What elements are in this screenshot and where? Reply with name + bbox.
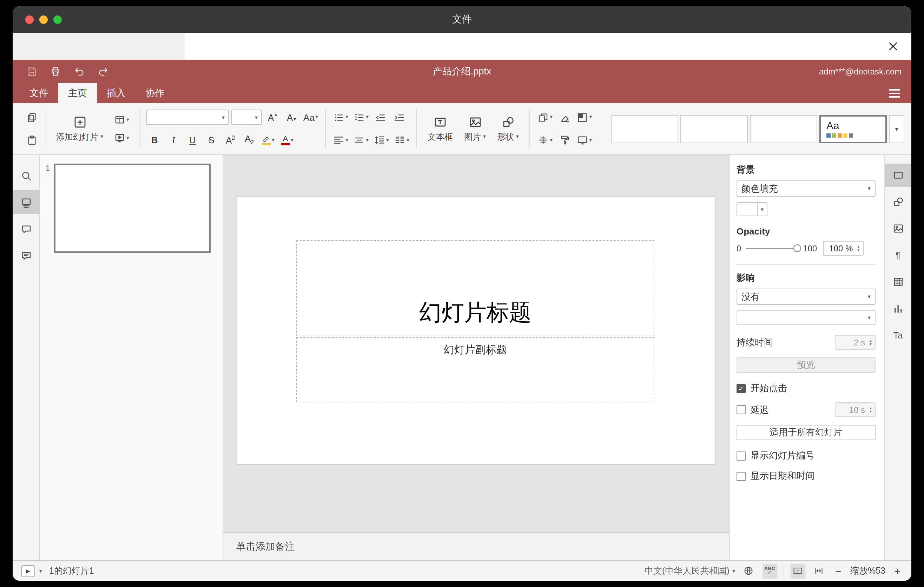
decrease-font-button[interactable]: A▾ (283, 109, 300, 127)
undo-button[interactable] (70, 63, 89, 80)
fullscreen-traffic-light[interactable] (53, 15, 62, 24)
bullets-button[interactable]: ▾ (332, 109, 350, 127)
opacity-spinner[interactable]: 100 % ▴▾ (823, 241, 863, 256)
notes-area[interactable]: 单击添加备注 (223, 532, 729, 560)
tab-insert[interactable]: 插入 (97, 83, 135, 103)
set-language-button[interactable] (741, 564, 756, 578)
slides-panel-button[interactable] (13, 190, 40, 214)
start-on-click-checkbox[interactable]: ✓ (736, 384, 746, 393)
shape-settings-button[interactable] (885, 190, 911, 213)
delay-checkbox[interactable] (736, 405, 746, 414)
numbering-button[interactable]: ▾ (352, 109, 370, 127)
change-layout-button[interactable]: ▾ (112, 110, 130, 129)
subtitle-placeholder[interactable]: 幻灯片副标题 (296, 337, 654, 402)
arrange-shapes-button[interactable]: ▾ (536, 109, 554, 127)
opacity-slider-knob[interactable] (793, 244, 801, 252)
columns-button[interactable]: ▾ (393, 131, 411, 150)
show-slide-number-checkbox[interactable] (736, 451, 746, 460)
line-spacing-button[interactable]: ▾ (372, 131, 390, 150)
close-icon[interactable] (885, 39, 900, 53)
slide-settings-button[interactable] (885, 163, 911, 187)
strikethrough-button[interactable]: S (203, 131, 220, 150)
font-color-button[interactable]: A ▾ (279, 131, 295, 150)
theme-sample-text: Aa (827, 120, 880, 132)
theme-slot[interactable] (750, 115, 817, 143)
preview-button[interactable]: 预览 (736, 358, 876, 373)
slide[interactable]: 幻灯片标题 幻灯片副标题 (237, 196, 715, 464)
textbox-label: 文本框 (427, 131, 453, 143)
horizontal-align-button[interactable]: ▾ (332, 131, 350, 150)
title-placeholder[interactable]: 幻灯片标题 (296, 240, 654, 336)
fit-to-slide-button[interactable] (790, 564, 805, 578)
slide-size-button[interactable]: ▾ (575, 131, 593, 150)
paragraph-settings-button[interactable]: ¶ (885, 244, 911, 267)
table-settings-button[interactable] (885, 270, 911, 294)
print-button[interactable] (46, 63, 64, 80)
spinner-arrows-icon: ▴▾ (866, 339, 875, 346)
fit-to-width-button[interactable] (812, 564, 827, 578)
decrease-indent-button[interactable] (372, 109, 389, 127)
chevron-down-icon[interactable]: ▾ (39, 568, 42, 574)
paste-button[interactable] (23, 131, 40, 150)
copy-style-button[interactable] (556, 131, 573, 150)
spinner-arrows-icon[interactable]: ▴▾ (854, 245, 863, 252)
redo-button[interactable] (94, 63, 112, 80)
theme-slot[interactable] (680, 115, 748, 143)
add-slide-button[interactable]: 添加幻灯片▾ (52, 115, 107, 143)
language-selector[interactable]: 中文(中华人民共和国) ▾ (645, 565, 735, 577)
textart-settings-button[interactable]: Ta (885, 324, 911, 347)
apply-to-all-button[interactable]: 适用于所有幻灯片 (736, 425, 876, 440)
chart-settings-button[interactable] (885, 297, 911, 320)
start-slideshow-button[interactable]: ▾ (112, 129, 130, 147)
italic-button[interactable]: I (165, 131, 182, 150)
subscript-button[interactable]: A2 (241, 131, 258, 150)
theme-slot[interactable] (611, 115, 678, 143)
show-date-time-checkbox[interactable] (736, 472, 746, 481)
duration-spinner[interactable]: 2 s ▴▾ (835, 335, 876, 350)
chat-button[interactable] (13, 244, 40, 267)
copy-button[interactable] (23, 109, 40, 127)
close-traffic-light[interactable] (25, 15, 34, 24)
clear-style-button[interactable] (556, 109, 573, 127)
insert-shape-button[interactable]: 形状▾ (492, 115, 524, 143)
start-preview-button[interactable]: ▶ (21, 565, 35, 577)
theme-gallery-expand-button[interactable]: ▾ (889, 115, 904, 143)
comments-button[interactable] (13, 217, 40, 241)
hamburger-menu-icon[interactable] (885, 83, 904, 103)
superscript-button[interactable]: A2 (222, 131, 239, 150)
spellcheck-button[interactable]: ABC ✓ (762, 564, 777, 578)
slide-canvas[interactable]: 幻灯片标题 幻灯片副标题 (223, 155, 729, 532)
chart-settings-icon (892, 303, 904, 315)
highlight-color-button[interactable]: ▾ (260, 131, 277, 150)
delay-spinner[interactable]: 10 s ▴▾ (835, 402, 876, 417)
shape-align-button[interactable]: ▾ (536, 131, 554, 150)
search-button[interactable] (13, 163, 40, 188)
vertical-align-button[interactable]: ▾ (352, 131, 370, 150)
minimize-traffic-light[interactable] (39, 15, 48, 24)
font-size-select[interactable]: ▾ (231, 110, 262, 125)
fill-color-picker[interactable]: ▾ (736, 202, 767, 216)
zoom-out-button[interactable]: − (833, 565, 844, 577)
theme-slot-selected[interactable]: Aa (819, 115, 887, 143)
effect-select[interactable]: 没有 ▾ (736, 289, 876, 305)
increase-font-button[interactable]: A▴ (264, 109, 281, 127)
save-button[interactable] (23, 63, 41, 80)
arrow-down-icon: ▾ (294, 117, 296, 122)
insert-textbox-button[interactable]: 文本框 (423, 115, 458, 143)
change-case-button[interactable]: Aa ▾ (302, 109, 320, 127)
zoom-in-button[interactable]: + (892, 565, 903, 577)
increase-indent-button[interactable] (391, 109, 408, 127)
tab-file[interactable]: 文件 (20, 83, 58, 103)
background-fill-select[interactable]: 颜色填充 ▾ (736, 180, 876, 196)
tab-collaboration[interactable]: 协作 (135, 83, 174, 103)
effect-detail-select[interactable]: ▾ (736, 310, 876, 325)
tab-home[interactable]: 主页 (58, 83, 97, 103)
font-name-select[interactable]: ▾ (146, 110, 229, 125)
insert-image-button[interactable]: 图片▾ (459, 115, 491, 143)
color-scheme-button[interactable]: ▾ (575, 109, 593, 127)
image-settings-button[interactable] (885, 217, 911, 240)
opacity-slider[interactable] (745, 247, 799, 249)
bold-button[interactable]: B (146, 131, 163, 150)
slide-thumbnail[interactable] (54, 163, 211, 253)
underline-button[interactable]: U (184, 131, 201, 150)
